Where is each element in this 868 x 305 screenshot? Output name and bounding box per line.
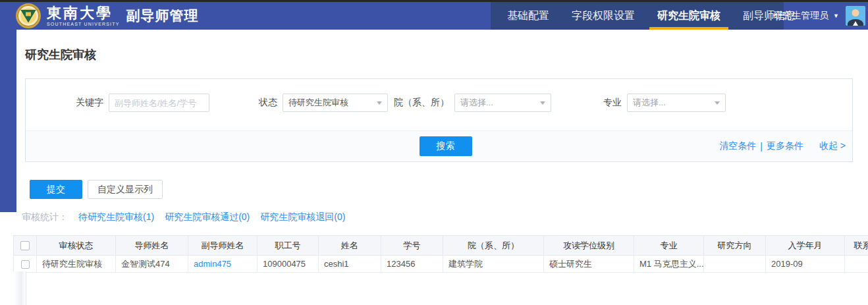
status-field: 状态 待研究生院审核 <box>209 94 388 112</box>
col-header-8: 专业 <box>634 236 704 256</box>
caret-down-icon <box>715 101 720 105</box>
col-header-5: 学号 <box>381 236 443 256</box>
clear-filters-link[interactable]: 清空条件 <box>719 140 756 152</box>
row-checkbox[interactable] <box>21 260 30 269</box>
col-header-11: 联系方式 <box>845 236 868 256</box>
cell-5: 123456 <box>381 256 443 273</box>
caret-down-icon <box>540 101 545 105</box>
cell-4: ceshi1 <box>319 256 381 273</box>
screen: 東南大學 SOUTHEAST UNIVERSITY 副导师管理 基础配置字段权限… <box>0 0 868 305</box>
select-all-checkbox[interactable] <box>20 241 30 250</box>
status-select[interactable]: 待研究生院审核 <box>283 94 388 112</box>
cell-6: 建筑学院 <box>443 256 544 273</box>
user-name: 研究生管理员 <box>773 10 828 22</box>
major-select-value: 请选择... <box>633 97 666 109</box>
user-menu[interactable]: 研究生管理员 ▼ <box>773 2 839 30</box>
cell-8: M1 马克思主义... <box>634 256 704 273</box>
app-title: 副导师管理 <box>126 7 199 25</box>
col-header-4: 姓名 <box>319 236 381 256</box>
submit-button[interactable]: 提交 <box>30 180 82 199</box>
filter-footer: 搜索 清空条件 | 更多条件 收起 > <box>26 130 852 161</box>
avatar-collar <box>853 21 858 26</box>
status-select-value: 待研究生院审核 <box>288 97 348 109</box>
col-header-7: 攻读学位级别 <box>544 236 634 256</box>
filter-links: 清空条件 | 更多条件 收起 > <box>719 131 846 161</box>
col-header-10: 入学年月 <box>766 236 845 256</box>
col-header-1: 导师姓名 <box>116 236 188 256</box>
search-button[interactable]: 搜索 <box>420 136 472 156</box>
cell-11 <box>845 256 868 273</box>
col-header-0: 审核状态 <box>37 236 116 256</box>
review-stats: 审核统计：待研究生院审核(1)研究生院审核通过(0)研究生院审核退回(0) <box>22 211 868 223</box>
status-label: 状态 <box>209 97 277 109</box>
customize-columns-button[interactable]: 自定义显示列 <box>88 180 163 199</box>
department-label: 院（系、所） <box>388 97 449 109</box>
cell-1: 金智测试474 <box>116 256 188 273</box>
nav-item-basic-config[interactable]: 基础配置 <box>499 2 557 30</box>
fixed-column-remnant <box>13 271 26 305</box>
stats-link-0[interactable]: 待研究生院审核(1) <box>78 211 154 222</box>
department-select[interactable]: 请选择... <box>454 94 551 112</box>
col-header-9: 研究方向 <box>704 236 766 256</box>
cell-9 <box>704 256 766 273</box>
university-name-en: SOUTHEAST UNIVERSITY <box>47 22 120 26</box>
major-label: 专业 <box>551 97 622 109</box>
caret-down-icon: ▼ <box>833 13 839 19</box>
table-header-row: 审核状态导师姓名副导师姓名职工号姓名学号院（系、所）攻读学位级别专业研究方向入学… <box>14 236 868 256</box>
stats-link-2[interactable]: 研究生院审核退回(0) <box>260 211 345 222</box>
col-header-3: 职工号 <box>258 236 319 256</box>
results-table: 审核状态导师姓名副导师姓名职工号姓名学号院（系、所）攻读学位级别专业研究方向入学… <box>13 235 868 273</box>
app-header: 東南大學 SOUTHEAST UNIVERSITY 副导师管理 基础配置字段权限… <box>0 2 868 30</box>
page-title: 研究生院审核 <box>25 47 853 63</box>
avatar-head <box>852 9 859 16</box>
col-header-6: 院（系、所） <box>443 236 544 256</box>
cell-0: 待研究生院审核 <box>37 256 116 273</box>
col-header-2: 副导师姓名 <box>188 236 258 256</box>
department-field: 院（系、所） 请选择... <box>388 94 551 112</box>
left-blue-strip <box>0 30 16 212</box>
keyword-label: 关键字 <box>26 97 103 109</box>
assistant-name-link[interactable]: admin475 <box>188 256 258 273</box>
link-separator: | <box>760 141 763 152</box>
stats-label: 审核统计： <box>22 211 68 222</box>
university-logo-icon <box>16 3 41 28</box>
table-row: 待研究生院审核金智测试474admin475109000475ceshi1123… <box>14 256 868 273</box>
keyword-field: 关键字 <box>26 94 209 112</box>
stats-link-1[interactable]: 研究生院审核通过(0) <box>165 211 250 222</box>
toolbar: 提交 自定义显示列 <box>30 180 868 199</box>
department-select-value: 请选择... <box>460 97 493 109</box>
caret-down-icon <box>377 101 382 105</box>
major-select[interactable]: 请选择... <box>627 94 726 112</box>
filter-panel: 关键字 状态 待研究生院审核 院（系、所） 请选择... <box>25 78 853 162</box>
cell-3: 109000475 <box>258 256 319 273</box>
university-name: 東南大學 SOUTHEAST UNIVERSITY <box>47 6 120 26</box>
university-name-zh: 東南大學 <box>47 6 120 20</box>
filter-row: 关键字 状态 待研究生院审核 院（系、所） 请选择... <box>26 79 852 130</box>
main-nav: 基础配置字段权限设置研究生院审核副导师信息 <box>491 2 784 30</box>
major-field: 专业 请选择... <box>551 94 726 112</box>
cell-10: 2019-09 <box>766 256 845 273</box>
more-filters-link[interactable]: 更多条件 <box>767 140 803 152</box>
brand: 東南大學 SOUTHEAST UNIVERSITY 副导师管理 <box>16 2 199 30</box>
collapse-link[interactable]: 收起 > <box>819 140 846 152</box>
avatar[interactable] <box>846 6 865 26</box>
nav-item-grad-school-audit[interactable]: 研究生院审核 <box>649 2 728 30</box>
keyword-input[interactable] <box>109 94 209 112</box>
cell-7: 硕士研究生 <box>544 256 634 273</box>
nav-item-field-permission[interactable]: 字段权限设置 <box>564 2 643 30</box>
